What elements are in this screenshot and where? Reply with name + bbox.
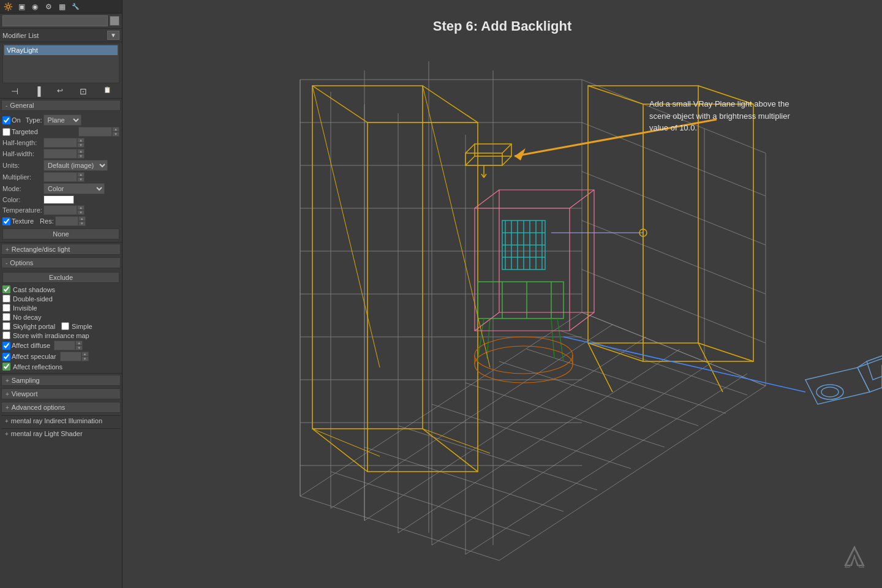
- stack-btn-paste[interactable]: 📋: [104, 86, 111, 96]
- svg-marker-85: [478, 282, 564, 318]
- stack-btn-pin[interactable]: ⊣: [11, 86, 18, 96]
- sampling-section-header[interactable]: + Sampling: [1, 375, 121, 386]
- options-section-header[interactable]: - Options: [1, 257, 121, 268]
- half-width-spin-up[interactable]: ▲: [77, 149, 85, 154]
- stack-btn-undo[interactable]: ↩: [57, 86, 63, 96]
- none-button[interactable]: None: [2, 228, 119, 239]
- svg-line-67: [466, 156, 475, 165]
- res-spin-up[interactable]: ▲: [78, 216, 86, 221]
- options-section-label: Options: [10, 259, 33, 266]
- temperature-row: Temperature: 6500.0 ▲ ▼: [2, 205, 119, 215]
- cast-shadows-label: Cast shadows: [13, 286, 55, 293]
- left-panel: 🔆 ▣ ◉ ⚙ ▦ 🔧 VRayLight004 Modifier List ▼…: [0, 0, 123, 588]
- mode-row: Mode: Color Temperature: [2, 183, 119, 194]
- svg-line-114: [423, 86, 490, 368]
- affect-reflections-checkbox[interactable]: [2, 363, 10, 371]
- advanced-section-header[interactable]: + Advanced options: [1, 402, 121, 413]
- exclude-button[interactable]: Exclude: [2, 272, 119, 283]
- toolbar-icon-5[interactable]: ▦: [56, 1, 67, 12]
- affect-reflections-row: Affect reflections: [2, 363, 119, 371]
- viewport: Step 6: Add Backlight Add a small VRay P…: [123, 0, 882, 588]
- targeted-input[interactable]: 200.0: [78, 127, 112, 137]
- object-color-box[interactable]: [110, 16, 119, 26]
- type-select[interactable]: Plane Sphere Mesh Dome: [43, 115, 81, 126]
- modifier-list-dropdown[interactable]: ▼: [107, 31, 119, 40]
- affect-specular-spin-down[interactable]: ▼: [81, 356, 89, 361]
- svg-line-115: [312, 86, 380, 368]
- color-row: Color:: [2, 195, 119, 204]
- affect-diffuse-spin-up[interactable]: ▲: [75, 341, 83, 345]
- toolbar-icon-3[interactable]: ◉: [29, 1, 40, 12]
- svg-line-10: [398, 426, 597, 490]
- half-width-spin-down[interactable]: ▼: [77, 154, 85, 159]
- store-irradiance-checkbox[interactable]: [2, 331, 10, 339]
- svg-line-66: [502, 156, 511, 165]
- targeted-spin-down[interactable]: ▼: [112, 132, 119, 137]
- temperature-spin-up[interactable]: ▲: [77, 205, 85, 210]
- toolbar-icon-4[interactable]: ⚙: [43, 1, 54, 12]
- no-decay-checkbox[interactable]: [2, 313, 10, 321]
- affect-diffuse-spin-down[interactable]: ▼: [75, 345, 83, 350]
- half-length-input[interactable]: 13.696: [43, 138, 77, 148]
- half-length-row: Half-length: 13.696 ▲ ▼: [2, 138, 119, 148]
- half-width-input[interactable]: 11.796: [43, 149, 77, 159]
- double-sided-row: Double-sided: [2, 295, 119, 303]
- res-input[interactable]: 512: [55, 216, 78, 226]
- svg-line-13: [499, 361, 698, 426]
- scene-svg: [123, 0, 882, 588]
- mental-ray-section-header[interactable]: + mental ray Indirect Illumination: [1, 415, 121, 426]
- general-toggle-icon: -: [6, 102, 7, 109]
- temperature-spin-down[interactable]: ▼: [77, 210, 85, 215]
- svg-point-102: [475, 337, 573, 374]
- skylight-checkbox[interactable]: [2, 322, 10, 330]
- svg-line-43: [582, 270, 766, 343]
- res-spin-down[interactable]: ▼: [78, 221, 86, 226]
- mode-select[interactable]: Color Temperature: [43, 183, 105, 194]
- invisible-checkbox[interactable]: [2, 304, 10, 312]
- toolbar-icon-2[interactable]: ▣: [16, 1, 27, 12]
- affect-specular-spin-up[interactable]: ▲: [81, 352, 89, 356]
- rectangle-section-header[interactable]: + Rectangle/disc light: [1, 244, 121, 255]
- multiplier-spin-up[interactable]: ▲: [77, 172, 85, 177]
- general-section-header[interactable]: - General: [1, 100, 121, 111]
- stack-btn-copy[interactable]: ⊡: [80, 86, 87, 96]
- affect-diffuse-checkbox[interactable]: [2, 342, 10, 350]
- temperature-input[interactable]: 6500.0: [43, 205, 77, 215]
- toolbar-icon-1[interactable]: 🔆: [2, 1, 13, 12]
- general-section-label: General: [10, 102, 34, 109]
- cast-shadows-checkbox[interactable]: [2, 285, 10, 293]
- mental-ray-shader-section-header[interactable]: + mental ray Light Shader: [1, 428, 121, 439]
- affect-diffuse-input[interactable]: 1.0: [54, 341, 75, 350]
- texture-checkbox[interactable]: [2, 217, 10, 225]
- simple-checkbox[interactable]: [61, 322, 69, 330]
- svg-line-42: [582, 221, 766, 294]
- svg-point-111: [821, 387, 839, 397]
- double-sided-label: Double-sided: [13, 295, 53, 303]
- store-irradiance-label: Store with irradiance map: [13, 332, 89, 339]
- affect-specular-input[interactable]: 1.0: [60, 352, 81, 361]
- svg-line-8: [331, 472, 530, 536]
- modifier-stack: VRayLight: [2, 43, 119, 83]
- half-length-spin-down[interactable]: ▼: [77, 143, 85, 148]
- on-checkbox[interactable]: [2, 116, 10, 124]
- half-length-spin-up[interactable]: ▲: [77, 138, 85, 143]
- stack-btn-edit[interactable]: ▐: [35, 86, 41, 96]
- multiplier-input[interactable]: 10.0: [43, 172, 77, 182]
- viewport-section-header[interactable]: + Viewport: [1, 388, 121, 399]
- svg-marker-109: [867, 349, 882, 380]
- svg-line-12: [466, 383, 665, 447]
- object-name-input[interactable]: VRayLight004: [2, 15, 108, 26]
- multiplier-spin-down[interactable]: ▼: [77, 177, 85, 182]
- svg-line-4: [432, 361, 714, 545]
- affect-specular-checkbox[interactable]: [2, 353, 10, 361]
- toolbar-icon-6[interactable]: 🔧: [70, 1, 81, 12]
- units-select[interactable]: Default (image) Lumens Lux Watts: [43, 160, 108, 171]
- double-sided-checkbox[interactable]: [2, 295, 10, 303]
- stack-item-vraylight[interactable]: VRayLight: [4, 45, 118, 55]
- object-name-row: VRayLight004: [0, 13, 122, 29]
- viewport-toggle-icon: +: [6, 391, 9, 398]
- svg-line-14: [527, 349, 726, 413]
- targeted-spin-up[interactable]: ▲: [112, 127, 119, 132]
- color-swatch[interactable]: [43, 195, 74, 204]
- targeted-checkbox[interactable]: [2, 128, 10, 136]
